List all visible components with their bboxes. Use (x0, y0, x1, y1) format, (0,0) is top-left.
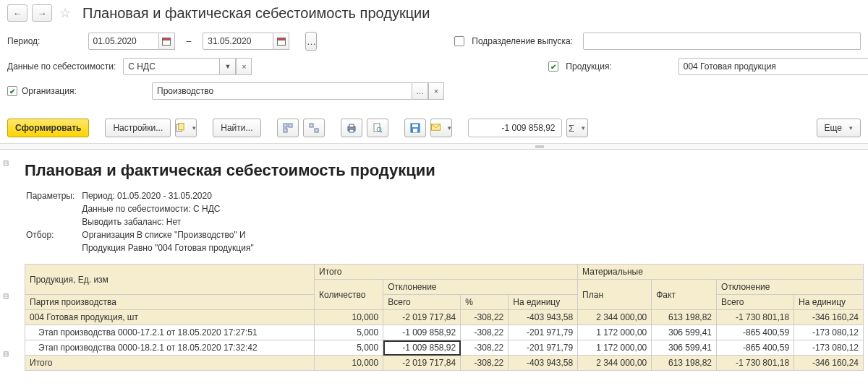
settings-button[interactable]: Настройки... (105, 119, 171, 137)
unit-checkbox[interactable] (454, 36, 464, 46)
col-plan[interactable]: План (578, 280, 652, 310)
print-button[interactable] (341, 119, 362, 137)
cell-qty[interactable]: 5,000 (315, 325, 383, 340)
org-choose-button[interactable]: … (412, 82, 428, 100)
cell-mdev-unit[interactable]: -346 160,24 (794, 356, 864, 371)
cell-fact[interactable]: 306 599,41 (652, 325, 717, 340)
email-button[interactable]: ▾ (430, 119, 452, 137)
cost-data-select[interactable]: С НДС (123, 58, 220, 75)
cell-dev-pct[interactable]: -308,22 (461, 340, 509, 356)
expand-groups-button[interactable] (277, 119, 299, 137)
col-itogo[interactable]: Итого (315, 265, 578, 280)
col-fact[interactable]: Факт (652, 280, 717, 310)
more-button[interactable]: Еще▾ (817, 119, 861, 137)
cell-mdev-unit[interactable]: -173 080,12 (794, 325, 864, 340)
cell-value-readout: -1 009 858,92 (468, 119, 562, 137)
cell-plan[interactable]: 1 172 000,00 (578, 325, 652, 340)
params-line: Данные по себестоимости: С НДС (82, 203, 259, 215)
cell-plan[interactable]: 2 344 000,00 (578, 310, 652, 325)
period-picker-button[interactable]: … (305, 32, 317, 51)
date-to-input[interactable]: 31.05.2020 (203, 33, 273, 50)
cell-mdev-total[interactable]: -865 400,59 (717, 340, 794, 356)
col-mdev-unit[interactable]: На единицу (794, 295, 864, 310)
cell-mdev-unit[interactable]: -346 160,24 (794, 310, 864, 325)
variants-button[interactable]: ▾ (175, 119, 197, 137)
col-dev-pct[interactable]: % (461, 295, 509, 310)
cell-label[interactable]: Этап производства 0000-18.2.1 от 18.05.2… (25, 340, 315, 356)
cell-dev-total[interactable]: -1 009 858,92 (383, 325, 461, 340)
col-product[interactable]: Продукция, Ед. изм (25, 265, 315, 295)
col-deviation[interactable]: Отклонение (383, 280, 578, 295)
cell-label[interactable]: Этап производства 0000-17.2.1 от 18.05.2… (25, 325, 315, 340)
outline-gutter[interactable]: ⊟ ⊟ ⊟ (3, 158, 12, 359)
favorite-star-icon[interactable]: ☆ (56, 4, 74, 22)
preview-button[interactable] (367, 119, 388, 137)
cell-dev-total[interactable]: -2 019 717,84 (383, 310, 461, 325)
cell-label[interactable]: 004 Готовая продукция, шт (25, 310, 315, 325)
calendar-icon[interactable] (159, 33, 175, 50)
cell-dev-pct[interactable]: -308,22 (461, 310, 509, 325)
cell-dev-pct[interactable]: -308,22 (461, 356, 509, 371)
cell-fact[interactable]: 613 198,82 (652, 310, 717, 325)
col-dev-total[interactable]: Всего (383, 295, 461, 310)
svg-rect-7 (289, 124, 292, 127)
col-batch[interactable]: Партия производства (25, 295, 315, 310)
col-dev-unit[interactable]: На единицу (509, 295, 578, 310)
col-mat-deviation[interactable]: Отклонение (717, 280, 864, 295)
table-row[interactable]: 004 Готовая продукция, шт10,000-2 019 71… (25, 310, 864, 325)
cell-dev-unit[interactable]: -403 943,58 (509, 310, 578, 325)
save-button[interactable] (404, 119, 426, 137)
collapse-groups-button[interactable] (303, 119, 325, 137)
col-qty[interactable]: Количество (315, 280, 383, 310)
cell-fact[interactable]: 613 198,82 (652, 356, 717, 371)
cell-mdev-total[interactable]: -865 400,59 (717, 325, 794, 340)
svg-rect-8 (284, 129, 287, 132)
cell-qty[interactable]: 10,000 (315, 356, 383, 371)
col-mdev-total[interactable]: Всего (717, 295, 794, 310)
cell-dev-unit[interactable]: -201 971,79 (509, 340, 578, 356)
clear-button[interactable]: × (236, 58, 252, 75)
filter-label: Отбор: (26, 229, 80, 241)
cell-mdev-total[interactable]: -1 730 801,18 (717, 356, 794, 371)
sum-button[interactable]: Σ▾ (566, 119, 588, 137)
cell-dev-total[interactable]: -1 009 858,92 (383, 340, 461, 356)
product-checkbox[interactable] (548, 61, 558, 72)
org-clear-button[interactable]: × (428, 82, 444, 100)
sigma-icon: Σ (569, 123, 574, 134)
nav-back-button[interactable]: ← (7, 4, 27, 22)
table-row[interactable]: Этап производства 0000-17.2.1 от 18.05.2… (25, 325, 864, 340)
org-input[interactable]: Производство (152, 82, 412, 100)
svg-rect-6 (284, 124, 287, 127)
cell-plan[interactable]: 2 344 000,00 (578, 356, 652, 371)
svg-rect-5 (179, 124, 184, 130)
cell-fact[interactable]: 306 599,41 (652, 340, 717, 356)
org-checkbox[interactable] (7, 86, 17, 96)
outline-collapse-icon[interactable]: ⊟ (3, 291, 12, 301)
outline-collapse-icon[interactable]: ⊟ (3, 349, 12, 359)
unit-input[interactable] (583, 33, 861, 50)
table-row[interactable]: Итого10,000-2 019 717,84-308,22-403 943,… (25, 356, 864, 371)
more-label: Еще (825, 123, 842, 133)
cell-dev-unit[interactable]: -403 943,58 (509, 356, 578, 371)
cell-dev-unit[interactable]: -201 971,79 (509, 325, 578, 340)
cell-mdev-unit[interactable]: -173 080,12 (794, 340, 864, 356)
col-material[interactable]: Материальные (578, 265, 864, 280)
table-row[interactable]: Этап производства 0000-18.2.1 от 18.05.2… (25, 340, 864, 356)
cell-qty[interactable]: 10,000 (315, 310, 383, 325)
report-table[interactable]: Продукция, Ед. изм Итого Материальные Ко… (25, 264, 864, 371)
cell-mdev-total[interactable]: -1 730 801,18 (717, 310, 794, 325)
calendar-icon[interactable] (273, 33, 289, 50)
cell-plan[interactable]: 1 172 000,00 (578, 340, 652, 356)
cell-qty[interactable]: 5,000 (315, 340, 383, 356)
find-button[interactable]: Найти... (213, 119, 260, 137)
cell-dev-pct[interactable]: -308,22 (461, 325, 509, 340)
nav-forward-button[interactable]: → (32, 4, 52, 22)
product-input[interactable]: 004 Готовая продукция (678, 58, 868, 75)
chevron-down-icon[interactable]: ▼ (220, 58, 236, 75)
outline-collapse-icon[interactable]: ⊟ (3, 158, 12, 168)
date-from-input[interactable]: 01.05.2020 (88, 33, 159, 50)
cell-label[interactable]: Итого (25, 356, 315, 371)
run-report-button[interactable]: Сформировать (7, 119, 89, 137)
cell-dev-total[interactable]: -2 019 717,84 (383, 356, 461, 371)
svg-rect-12 (349, 124, 354, 127)
